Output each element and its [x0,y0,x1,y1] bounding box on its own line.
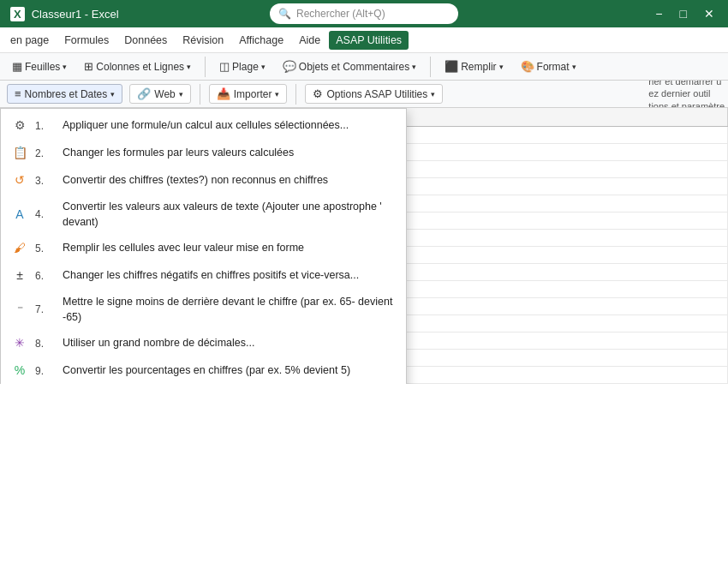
objets-label: Objets et Commentaires [299,61,409,73]
item-text-2: Convertir des chiffres (textes?) non rec… [63,173,328,189]
item-icon-2: ↺ [11,172,28,189]
web-caret: ▾ [179,90,183,99]
remplir-caret: ▾ [499,63,504,71]
search-icon: 🔍 [278,8,291,20]
remplir-icon: ⬛ [445,60,458,73]
feuilles-icon: ▦ [12,60,22,73]
list-item[interactable]: ⁻ 7. Mettre le signe moins de derrière d… [1,290,406,330]
spreadsheet-area: D E F G 123456789101112131415 ⚙ 1. Appli… [0,108,728,384]
list-item[interactable]: ✳ 8. Utiliser un grand nombre de décimal… [1,330,406,357]
importer-label: Importer [234,88,272,100]
menu-donnees[interactable]: Données [117,31,174,50]
options-caret: ▾ [431,90,435,99]
right-hint-3: tions et paramètre [648,100,725,107]
format-caret: ▾ [572,63,576,71]
options-btn[interactable]: ⚙ Options ASAP Utilities ▾ [305,84,443,104]
importer-icon: 📥 [217,87,230,100]
menu-bar: en page Formules Données Révision Affich… [0,27,728,53]
importer-btn[interactable]: 📥 Importer ▾ [209,84,288,104]
app-title: Classeur1 - Excel [32,8,119,21]
feuilles-caret: ▾ [63,63,67,71]
list-item[interactable]: ⚙ 1. Appliquer une formule/un calcul aux… [1,112,406,140]
item-text-1: Changer les formules par leurs valeurs c… [63,146,294,161]
format-label: Format [537,61,570,73]
item-text-3: Convertir les valeurs aux valeurs de tex… [63,200,396,230]
item-num-7: 8. [35,337,56,351]
item-num-0: 1. [35,119,56,134]
minimize-btn[interactable]: − [652,7,665,21]
objets-btn[interactable]: 💬 Objets et Commentaires ▾ [277,58,421,75]
colonnes-label: Colonnes et Lignes [96,61,184,73]
plage-label: Plage [232,61,259,73]
app-icon: X [10,7,25,21]
item-icon-6: ⁻ [11,302,28,319]
format-icon: 🎨 [521,60,534,73]
item-num-4: 5. [35,242,56,256]
maximize-btn[interactable]: □ [677,7,690,21]
dropdown-items-container: ⚙ 1. Appliquer une formule/un calcul aux… [1,112,406,384]
web-btn[interactable]: 🔗 Web ▾ [129,84,190,104]
list-item[interactable]: A 4. Convertir les valeurs aux valeurs d… [1,195,406,235]
web-icon: 🔗 [137,87,151,100]
window-controls: − □ ✕ [652,7,718,21]
item-text-6: Mettre le signe moins de derrière devant… [63,295,396,325]
menu-en-page[interactable]: en page [3,31,56,50]
asap-toolbar-row2: ≡ Nombres et Dates ▾ 🔗 Web ▾ 📥 Importer … [0,81,728,108]
web-label: Web [154,88,175,100]
item-icon-8: % [11,362,28,380]
nombres-dates-btn[interactable]: ≡ Nombres et Dates ▾ [7,84,122,104]
search-placeholder: Rechercher (Alt+Q) [296,8,385,20]
item-text-5: Changer les chiffres négatifs en chiffre… [63,268,359,284]
list-item[interactable]: 📋 2. Changer les formules par leurs vale… [1,140,406,167]
feuilles-btn[interactable]: ▦ Feuilles ▾ [7,58,72,75]
nombres-label: Nombres et Dates [25,88,108,100]
format-btn[interactable]: 🎨 Format ▾ [516,58,582,75]
item-num-3: 4. [35,207,56,222]
item-num-5: 6. [35,269,56,284]
plage-caret: ▾ [261,63,266,71]
menu-formules[interactable]: Formules [57,31,116,50]
item-num-8: 9. [35,364,56,379]
separator4 [295,84,296,105]
item-text-8: Convertir les pourcentages en chiffres (… [63,363,350,379]
item-icon-7: ✳ [11,335,28,352]
separator2 [430,57,431,77]
remplir-btn[interactable]: ⬛ Remplir ▾ [439,58,508,75]
importer-caret: ▾ [275,90,279,99]
list-item[interactable]: 🖌 5. Remplir les cellules avec leur vale… [1,235,406,262]
colonnes-btn[interactable]: ⊞ Colonnes et Lignes ▾ [79,58,196,75]
item-text-0: Appliquer une formule/un calcul aux cell… [63,118,349,134]
plage-btn[interactable]: ◫ Plage ▾ [214,58,271,75]
nombres-caret: ▾ [110,90,115,99]
menu-affichage[interactable]: Affichage [232,31,290,50]
objets-caret: ▾ [412,63,416,71]
list-item[interactable]: ± 6. Changer les chiffres négatifs en ch… [1,262,406,290]
item-num-1: 2. [35,147,56,161]
menu-revision[interactable]: Révision [176,31,230,50]
item-num-2: 3. [35,174,56,189]
plage-icon: ◫ [219,60,230,73]
remplir-label: Remplir [461,61,496,73]
close-btn[interactable]: ✕ [701,7,718,21]
objets-icon: 💬 [283,60,296,73]
right-hint-1: her et démarrer u [648,81,725,87]
menu-aide[interactable]: Aide [292,31,327,50]
nombres-icon: ≡ [15,87,21,100]
colonnes-icon: ⊞ [84,60,93,73]
item-num-6: 7. [35,302,56,317]
options-icon: ⚙ [313,87,323,100]
item-icon-5: ± [11,267,28,285]
list-item[interactable]: ↺ 3. Convertir des chiffres (textes?) no… [1,167,406,195]
list-item[interactable]: % 9. Convertir les pourcentages en chiff… [1,357,406,384]
item-icon-0: ⚙ [11,117,28,135]
item-icon-3: A [11,207,28,224]
asap-toolbar-row1: ▦ Feuilles ▾ ⊞ Colonnes et Lignes ▾ ◫ Pl… [0,53,728,81]
right-hints: her et démarrer u ez dernier outil tions… [648,81,728,107]
feuilles-label: Feuilles [25,61,60,73]
item-icon-1: 📋 [11,145,28,162]
right-hint-2: ez dernier outil [648,87,725,99]
menu-asap[interactable]: ASAP Utilities [329,31,409,50]
search-bar[interactable]: 🔍 Rechercher (Alt+Q) [270,3,458,24]
item-text-4: Remplir les cellules avec leur valeur mi… [63,241,304,256]
title-bar: X Classeur1 - Excel 🔍 Rechercher (Alt+Q)… [0,0,728,27]
